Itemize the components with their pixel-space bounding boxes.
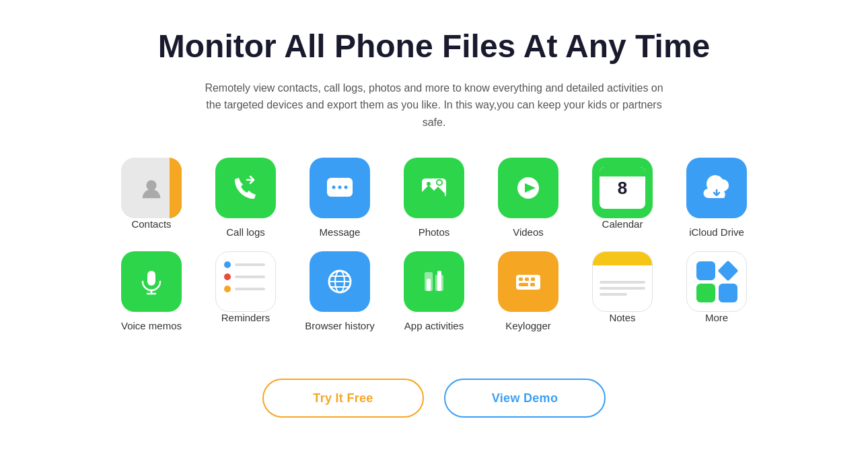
feature-app-activities[interactable]: App activities	[387, 251, 481, 331]
call-logs-icon	[215, 158, 276, 218]
browser-history-icon	[310, 251, 370, 312]
feature-photos[interactable]: Photos	[387, 158, 481, 238]
contacts-icon	[121, 158, 182, 218]
icloud-drive-label: iCloud Drive	[689, 226, 744, 238]
svg-rect-23	[519, 278, 523, 281]
cta-buttons: Try It Free View Demo	[262, 379, 606, 418]
voice-memos-icon	[121, 251, 182, 312]
message-label: Message	[320, 226, 361, 238]
app-activities-label: App activities	[404, 320, 464, 331]
keylogger-label: Keylogger	[505, 320, 551, 331]
feature-call-logs[interactable]: Call logs	[198, 158, 293, 238]
feature-calendar[interactable]: 8 Calendar	[575, 158, 670, 238]
svg-point-7	[437, 180, 442, 185]
more-icon	[686, 251, 747, 312]
svg-point-3	[338, 186, 342, 189]
svg-rect-25	[531, 278, 535, 281]
page-subtitle: Remotely view contacts, call logs, photo…	[198, 79, 670, 131]
feature-reminders[interactable]: Reminders	[198, 251, 293, 331]
svg-point-4	[345, 186, 348, 189]
feature-contacts[interactable]: Contacts	[104, 158, 198, 238]
calendar-label: Calendar	[602, 218, 643, 230]
svg-rect-21	[437, 271, 441, 291]
icloud-drive-icon	[686, 158, 747, 218]
feature-message[interactable]: Message	[293, 158, 387, 238]
browser-history-label: Browser history	[305, 320, 374, 331]
photos-icon	[404, 158, 464, 218]
svg-rect-19	[427, 279, 431, 291]
svg-point-2	[332, 186, 336, 189]
feature-keylogger[interactable]: Keylogger	[481, 251, 575, 331]
reminders-label: Reminders	[221, 312, 270, 323]
feature-notes[interactable]: Notes	[575, 251, 670, 331]
notes-icon	[592, 251, 653, 312]
view-demo-button[interactable]: View Demo	[444, 379, 606, 418]
svg-point-0	[146, 181, 156, 191]
call-logs-label: Call logs	[226, 226, 265, 238]
app-activities-icon	[404, 251, 464, 312]
reminders-icon	[215, 251, 276, 312]
page-title: Monitor All Phone Files At Any Time	[158, 27, 711, 66]
videos-label: Videos	[513, 226, 544, 238]
photos-label: Photos	[419, 226, 450, 238]
svg-rect-24	[525, 278, 529, 281]
more-label: More	[705, 312, 728, 323]
svg-rect-27	[530, 283, 535, 286]
feature-browser-history[interactable]: Browser history	[293, 251, 387, 331]
videos-icon	[498, 158, 558, 218]
feature-more[interactable]: More	[670, 251, 764, 331]
svg-rect-10	[147, 271, 155, 286]
svg-rect-22	[516, 275, 540, 290]
svg-rect-26	[519, 283, 528, 286]
feature-videos[interactable]: Videos	[481, 158, 575, 238]
features-grid: Contacts Call logs Message	[98, 158, 770, 345]
voice-memos-label: Voice memos	[121, 320, 182, 331]
message-icon	[310, 158, 370, 218]
contacts-label: Contacts	[131, 218, 171, 230]
try-free-button[interactable]: Try It Free	[262, 379, 424, 418]
notes-label: Notes	[609, 312, 635, 323]
keylogger-icon	[498, 251, 558, 312]
calendar-icon: 8	[592, 158, 653, 218]
feature-voice-memos[interactable]: Voice memos	[104, 251, 198, 331]
feature-icloud-drive[interactable]: iCloud Drive	[670, 158, 764, 238]
